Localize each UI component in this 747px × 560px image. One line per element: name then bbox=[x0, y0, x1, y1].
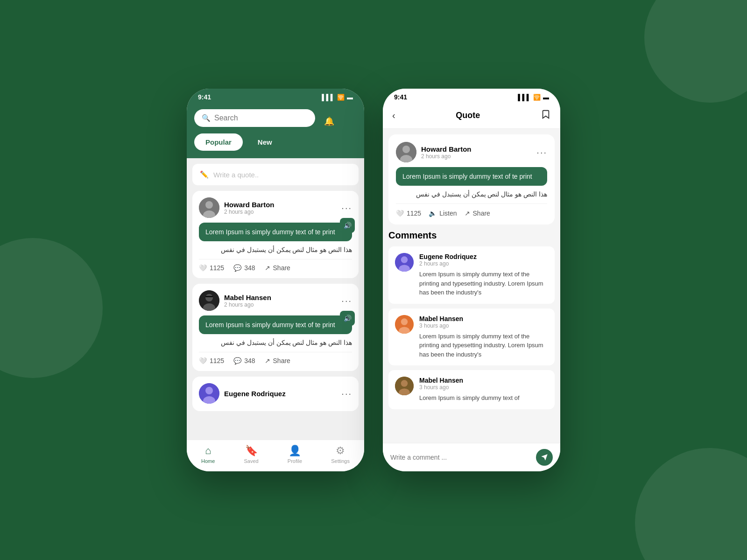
detail-user-name: Howard Barton bbox=[421, 145, 472, 153]
svg-point-20 bbox=[401, 380, 408, 387]
arabic-text-mabel: هذا النص هو مثال لنص يمكن أن يستبدل في ن… bbox=[199, 339, 352, 346]
battery-icon-detail: ▬ bbox=[543, 94, 549, 101]
send-button[interactable] bbox=[536, 449, 553, 466]
notification-button[interactable]: 🔔 bbox=[320, 112, 338, 131]
nav-settings[interactable]: ⚙ Settings bbox=[331, 445, 350, 464]
comments-title: Comments bbox=[388, 230, 555, 241]
phone-feed: 9:41 ▌▌▌ 🛜 ▬ 🔍 🔔 Popular New bbox=[187, 89, 364, 471]
feed-header: 🔍 🔔 Popular New bbox=[187, 104, 364, 158]
nav-profile-label: Profile bbox=[288, 458, 302, 464]
comment-text-eugene: Lorem Ipsum is simply dummy text of the … bbox=[419, 270, 548, 297]
comment-button-mabel[interactable]: 💬 348 bbox=[233, 357, 255, 364]
search-icon: 🔍 bbox=[202, 114, 211, 122]
comment-input[interactable] bbox=[390, 454, 531, 461]
tab-new[interactable]: New bbox=[247, 133, 283, 151]
card-header-howard: Howard Barton 2 hours ago ··· bbox=[199, 197, 352, 218]
svg-point-14 bbox=[401, 256, 408, 263]
card-actions-mabel: 🤍 1125 💬 348 ↗ Share bbox=[199, 352, 352, 364]
comment-text-mabel2: Lorem Ipsum is simply dummy text of bbox=[419, 393, 520, 403]
status-time-detail: 9:41 bbox=[394, 93, 407, 101]
page-title: Quote bbox=[456, 111, 480, 120]
profile-icon: 👤 bbox=[289, 445, 301, 457]
bookmark-button[interactable] bbox=[541, 109, 551, 122]
back-button[interactable]: ‹ bbox=[392, 110, 395, 121]
comment-body-eugene: Eugene Rodriquez 2 hours ago Lorem Ipsum… bbox=[419, 253, 548, 297]
wifi-icon-detail: 🛜 bbox=[533, 94, 541, 101]
detail-like-count: 1125 bbox=[407, 210, 421, 217]
quote-card-howard: Howard Barton 2 hours ago ··· Lorem Ipsu… bbox=[192, 191, 359, 278]
comment-item-mabel1: Mabel Hansen 3 hours ago Lorem Ipsum is … bbox=[388, 308, 555, 366]
commenter-time-mabel1: 3 hours ago bbox=[419, 322, 548, 329]
share-label-mabel: Share bbox=[273, 357, 290, 364]
bg-decoration-right-top bbox=[644, 0, 747, 103]
detail-actions: 🤍 1125 🔈 Listen ↗ Share bbox=[396, 203, 547, 217]
avatar-detail-howard bbox=[396, 142, 416, 162]
search-input[interactable] bbox=[214, 114, 308, 122]
detail-listen-button[interactable]: 🔈 Listen bbox=[429, 210, 457, 217]
like-count-mabel: 1125 bbox=[210, 357, 224, 364]
status-icons-feed: ▌▌▌ 🛜 ▬ bbox=[322, 94, 353, 101]
nav-profile[interactable]: 👤 Profile bbox=[288, 445, 302, 464]
detail-card-user: Howard Barton 2 hours ago bbox=[396, 142, 472, 162]
nav-home[interactable]: ⌂ Home bbox=[201, 445, 215, 464]
nav-saved-label: Saved bbox=[244, 458, 259, 464]
bottom-nav: ⌂ Home 🔖 Saved 👤 Profile ⚙ Settings bbox=[187, 440, 364, 471]
commenter-name-eugene: Eugene Rodriquez bbox=[419, 253, 548, 260]
wifi-icon: 🛜 bbox=[337, 94, 345, 101]
comment-icon: 💬 bbox=[233, 264, 241, 272]
detail-like-button[interactable]: 🤍 1125 bbox=[396, 210, 421, 217]
quote-bubble-wrap-mabel: Lorem Ipsum is simply dummy text of te p… bbox=[199, 315, 352, 334]
comment-text-mabel1: Lorem Ipsum is simply dummy text of the … bbox=[419, 332, 548, 359]
nav-saved[interactable]: 🔖 Saved bbox=[244, 445, 259, 464]
card-user-howard: Howard Barton 2 hours ago bbox=[199, 197, 275, 218]
card-header-mabel: Mabel Hansen 2 hours ago ··· bbox=[199, 290, 352, 311]
svg-point-8 bbox=[205, 387, 213, 394]
svg-point-11 bbox=[402, 146, 410, 153]
detail-user-time: 2 hours ago bbox=[421, 153, 472, 160]
quote-card-mabel: Mabel Hansen 2 hours ago ··· Lorem Ipsum… bbox=[192, 284, 359, 371]
arabic-text-howard: هذا النص هو مثال لنص يمكن أن يستبدل في ن… bbox=[199, 246, 352, 253]
signal-icon-detail: ▌▌▌ bbox=[518, 94, 531, 101]
battery-icon: ▬ bbox=[347, 94, 353, 101]
comment-body-mabel2: Mabel Hansen 3 hours ago Lorem Ipsum is … bbox=[419, 377, 520, 403]
write-quote-bar[interactable]: ✏️ Write a quote.. bbox=[192, 164, 359, 185]
bookmark-icon bbox=[541, 109, 551, 119]
tab-popular[interactable]: Popular bbox=[194, 133, 243, 151]
comment-item-eugene: Eugene Rodriquez 2 hours ago Lorem Ipsum… bbox=[388, 246, 555, 304]
status-icons-detail: ▌▌▌ 🛜 ▬ bbox=[518, 94, 549, 101]
comment-item-mabel2: Mabel Hansen 3 hours ago Lorem Ipsum is … bbox=[388, 370, 555, 409]
like-button-mabel[interactable]: 🤍 1125 bbox=[199, 357, 224, 364]
detail-card-menu[interactable]: ··· bbox=[536, 147, 547, 158]
commenter-time-mabel2: 3 hours ago bbox=[419, 384, 520, 391]
card-user-eugene-partial: Eugene Rodriquez bbox=[199, 383, 286, 404]
status-bar-feed: 9:41 ▌▌▌ 🛜 ▬ bbox=[187, 89, 364, 104]
comment-count-howard: 348 bbox=[244, 264, 255, 272]
home-icon: ⌂ bbox=[205, 445, 211, 457]
card-menu-howard[interactable]: ··· bbox=[341, 203, 352, 213]
user-info-howard: Howard Barton 2 hours ago bbox=[224, 201, 275, 215]
sound-badge-howard[interactable]: 🔊 bbox=[340, 218, 355, 233]
detail-heart-icon: 🤍 bbox=[396, 210, 404, 217]
sound-badge-mabel[interactable]: 🔊 bbox=[340, 311, 355, 326]
card-menu-eugene-partial[interactable]: ··· bbox=[341, 388, 352, 399]
detail-content: Howard Barton 2 hours ago ··· Lorem Ipsu… bbox=[383, 129, 560, 443]
status-time-feed: 9:41 bbox=[198, 93, 211, 101]
avatar-comment-mabel2 bbox=[395, 377, 414, 395]
heart-icon-mabel: 🤍 bbox=[199, 357, 207, 364]
signal-icon: ▌▌▌ bbox=[322, 94, 335, 101]
like-button-howard[interactable]: 🤍 1125 bbox=[199, 264, 224, 272]
quote-bubble-wrap-howard: Lorem Ipsum is simply dummy text of te p… bbox=[199, 223, 352, 241]
search-bar[interactable]: 🔍 bbox=[194, 109, 315, 127]
share-button-howard[interactable]: ↗ Share bbox=[265, 264, 290, 272]
card-menu-mabel[interactable]: ··· bbox=[341, 295, 352, 306]
detail-header: ‹ Quote bbox=[383, 104, 560, 129]
saved-icon: 🔖 bbox=[245, 445, 258, 457]
detail-share-label: Share bbox=[473, 210, 490, 217]
edit-icon: ✏️ bbox=[200, 170, 209, 179]
comment-button-howard[interactable]: 💬 348 bbox=[233, 264, 255, 272]
detail-share-button[interactable]: ↗ Share bbox=[465, 210, 490, 217]
settings-icon: ⚙ bbox=[336, 445, 345, 457]
svg-rect-6 bbox=[205, 296, 213, 297]
share-button-mabel[interactable]: ↗ Share bbox=[265, 357, 290, 364]
quote-bubble-mabel: Lorem Ipsum is simply dummy text of te p… bbox=[199, 315, 352, 334]
